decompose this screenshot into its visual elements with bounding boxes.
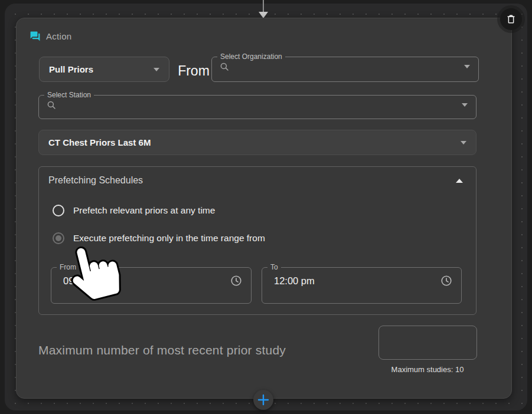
station-search-input[interactable] — [57, 100, 462, 110]
station-field[interactable]: Select Station — [38, 91, 476, 119]
prefetching-schedules-section: Prefetching Schedules Prefetch relevant … — [38, 166, 476, 315]
forum-icon — [30, 31, 41, 42]
preset-select-value: CT Chest Priors Last 6M — [48, 137, 151, 147]
time-to-label: To — [267, 263, 281, 271]
max-studies-hint: Maximum studies: 10 — [371, 365, 484, 374]
time-from-input[interactable] — [61, 275, 230, 287]
search-icon — [219, 61, 230, 72]
from-label: From — [177, 60, 210, 82]
node-header: Action — [30, 31, 72, 42]
add-step-button[interactable] — [253, 390, 273, 410]
max-priors-label: Maximum number of most recent prior stud… — [38, 343, 286, 357]
clock-icon[interactable] — [230, 274, 243, 287]
time-from-label: From — [57, 263, 79, 271]
preset-select[interactable]: CT Chest Priors Last 6M — [38, 130, 476, 155]
prefetching-schedules-title: Prefetching Schedules — [48, 175, 143, 186]
chevron-down-icon — [154, 68, 159, 71]
prefetch-anytime-option[interactable]: Prefetch relevant priors at any time — [53, 205, 215, 216]
clock-icon[interactable] — [440, 274, 453, 287]
node-title: Action — [46, 31, 72, 41]
trash-icon — [505, 14, 517, 25]
chevron-down-icon[interactable] — [464, 65, 470, 68]
prefetch-timerange-option[interactable]: Execute prefetching only in the time ran… — [53, 232, 265, 244]
action-type-select[interactable]: Pull Priors — [39, 57, 169, 82]
organization-search-input[interactable] — [230, 61, 464, 72]
time-from-field[interactable]: From — [51, 263, 252, 304]
station-field-label: Select Station — [44, 91, 94, 99]
prefetch-anytime-label: Prefetch relevant priors at any time — [73, 205, 215, 216]
collapse-icon[interactable] — [456, 179, 463, 183]
search-icon — [46, 100, 57, 110]
radio-unselected-icon[interactable] — [53, 205, 64, 216]
chevron-down-icon — [461, 141, 466, 144]
action-type-value: Pull Priors — [49, 64, 93, 74]
action-node-card[interactable]: Action Pull Priors From Select Organizat… — [16, 18, 512, 399]
prefetch-timerange-label: Execute prefetching only in the time ran… — [73, 233, 265, 244]
organization-field[interactable]: Select Organization — [211, 52, 479, 82]
time-to-input[interactable] — [272, 275, 440, 287]
plus-icon — [257, 394, 269, 406]
max-studies-input[interactable] — [378, 326, 477, 360]
radio-selected-icon[interactable] — [53, 232, 64, 244]
connector-line — [263, 0, 264, 12]
organization-field-label: Select Organization — [217, 52, 285, 61]
delete-node-button[interactable] — [500, 8, 522, 30]
chevron-down-icon[interactable] — [462, 103, 468, 107]
time-to-field[interactable]: To — [262, 263, 462, 304]
